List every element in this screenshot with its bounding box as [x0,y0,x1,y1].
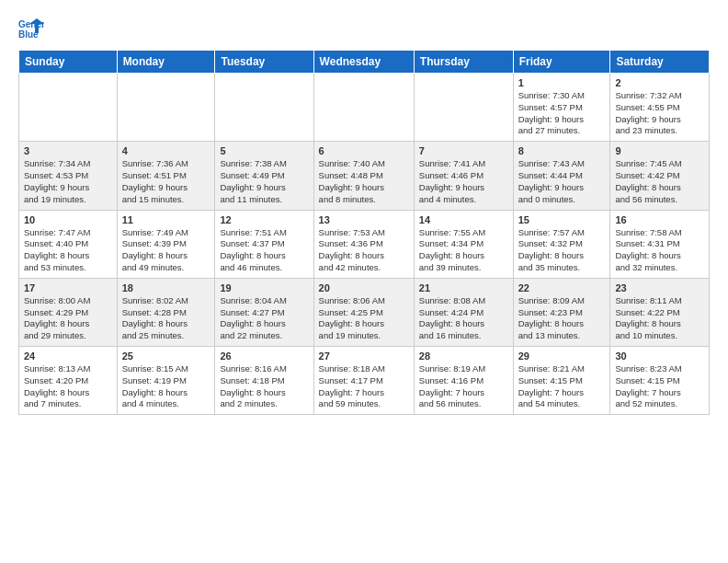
calendar-cell: 9Sunrise: 7:45 AM Sunset: 4:42 PM Daylig… [610,142,710,210]
calendar-cell: 23Sunrise: 8:11 AM Sunset: 4:22 PM Dayli… [610,278,710,346]
calendar-cell [215,74,313,142]
day-number: 15 [518,214,606,225]
weekday-header: Tuesday [215,51,313,74]
day-number: 25 [122,350,210,362]
day-number: 9 [615,145,704,156]
day-info: Sunrise: 7:36 AM Sunset: 4:51 PM Dayligh… [122,158,210,205]
day-info: Sunrise: 7:40 AM Sunset: 4:48 PM Dayligh… [319,158,409,205]
day-info: Sunrise: 7:49 AM Sunset: 4:39 PM Dayligh… [122,227,210,274]
day-info: Sunrise: 7:30 AM Sunset: 4:57 PM Dayligh… [518,90,606,137]
calendar-cell: 1Sunrise: 7:30 AM Sunset: 4:57 PM Daylig… [513,74,610,142]
day-info: Sunrise: 8:11 AM Sunset: 4:22 PM Dayligh… [615,295,704,342]
calendar-cell: 20Sunrise: 8:06 AM Sunset: 4:25 PM Dayli… [313,278,414,346]
calendar-week-row: 10Sunrise: 7:47 AM Sunset: 4:40 PM Dayli… [19,210,710,278]
calendar-cell: 19Sunrise: 8:04 AM Sunset: 4:27 PM Dayli… [215,278,313,346]
day-info: Sunrise: 8:23 AM Sunset: 4:15 PM Dayligh… [615,363,704,410]
day-number: 20 [319,282,409,293]
calendar-header: SundayMondayTuesdayWednesdayThursdayFrid… [19,51,710,74]
weekday-header: Saturday [610,51,710,74]
weekday-header: Monday [117,51,215,74]
day-info: Sunrise: 8:08 AM Sunset: 4:24 PM Dayligh… [419,295,508,342]
weekday-row: SundayMondayTuesdayWednesdayThursdayFrid… [19,51,710,74]
calendar-body: 1Sunrise: 7:30 AM Sunset: 4:57 PM Daylig… [19,74,710,415]
calendar-cell: 4Sunrise: 7:36 AM Sunset: 4:51 PM Daylig… [117,142,215,210]
day-number: 19 [220,282,308,293]
day-info: Sunrise: 8:18 AM Sunset: 4:17 PM Dayligh… [319,363,409,410]
day-info: Sunrise: 7:47 AM Sunset: 4:40 PM Dayligh… [24,227,112,274]
day-number: 10 [24,214,112,225]
calendar-cell: 16Sunrise: 7:58 AM Sunset: 4:31 PM Dayli… [610,210,710,278]
day-info: Sunrise: 8:21 AM Sunset: 4:15 PM Dayligh… [518,363,606,410]
day-info: Sunrise: 7:58 AM Sunset: 4:31 PM Dayligh… [615,227,704,274]
calendar-cell: 14Sunrise: 7:55 AM Sunset: 4:34 PM Dayli… [414,210,513,278]
day-number: 21 [419,282,508,293]
calendar-cell: 3Sunrise: 7:34 AM Sunset: 4:53 PM Daylig… [19,142,118,210]
day-number: 8 [518,145,606,156]
day-info: Sunrise: 8:13 AM Sunset: 4:20 PM Dayligh… [24,363,112,410]
day-number: 11 [122,214,210,225]
day-number: 2 [615,77,704,88]
calendar-cell: 13Sunrise: 7:53 AM Sunset: 4:36 PM Dayli… [313,210,414,278]
logo: General Blue [18,15,48,40]
day-info: Sunrise: 7:45 AM Sunset: 4:42 PM Dayligh… [615,158,704,205]
day-info: Sunrise: 8:15 AM Sunset: 4:19 PM Dayligh… [122,363,210,410]
calendar-cell: 8Sunrise: 7:43 AM Sunset: 4:44 PM Daylig… [513,142,610,210]
calendar-cell: 15Sunrise: 7:57 AM Sunset: 4:32 PM Dayli… [513,210,610,278]
weekday-header: Friday [513,51,610,74]
calendar-cell [19,74,118,142]
logo-icon: General Blue [18,15,44,40]
day-info: Sunrise: 8:00 AM Sunset: 4:29 PM Dayligh… [24,295,112,342]
calendar-cell: 29Sunrise: 8:21 AM Sunset: 4:15 PM Dayli… [513,347,610,415]
calendar-cell: 21Sunrise: 8:08 AM Sunset: 4:24 PM Dayli… [414,278,513,346]
day-number: 16 [615,214,704,225]
day-info: Sunrise: 7:34 AM Sunset: 4:53 PM Dayligh… [24,158,112,205]
day-number: 29 [518,350,606,362]
weekday-header: Thursday [414,51,513,74]
day-info: Sunrise: 7:57 AM Sunset: 4:32 PM Dayligh… [518,227,606,274]
calendar-cell: 26Sunrise: 8:16 AM Sunset: 4:18 PM Dayli… [215,347,313,415]
day-number: 30 [615,350,704,362]
calendar-cell [117,74,215,142]
calendar-cell: 10Sunrise: 7:47 AM Sunset: 4:40 PM Dayli… [19,210,118,278]
calendar-cell: 30Sunrise: 8:23 AM Sunset: 4:15 PM Dayli… [610,347,710,415]
day-number: 13 [319,214,409,225]
day-info: Sunrise: 7:55 AM Sunset: 4:34 PM Dayligh… [419,227,508,274]
day-number: 24 [24,350,112,362]
calendar: SundayMondayTuesdayWednesdayThursdayFrid… [18,50,710,415]
day-info: Sunrise: 7:53 AM Sunset: 4:36 PM Dayligh… [319,227,409,274]
day-info: Sunrise: 7:41 AM Sunset: 4:46 PM Dayligh… [419,158,508,205]
calendar-cell: 7Sunrise: 7:41 AM Sunset: 4:46 PM Daylig… [414,142,513,210]
weekday-header: Wednesday [313,51,414,74]
day-number: 5 [220,145,308,156]
day-number: 12 [220,214,308,225]
day-info: Sunrise: 8:04 AM Sunset: 4:27 PM Dayligh… [220,295,308,342]
calendar-cell: 5Sunrise: 7:38 AM Sunset: 4:49 PM Daylig… [215,142,313,210]
calendar-cell: 27Sunrise: 8:18 AM Sunset: 4:17 PM Dayli… [313,347,414,415]
page: General Blue SundayMondayTuesdayWednesda… [0,0,728,424]
day-info: Sunrise: 8:02 AM Sunset: 4:28 PM Dayligh… [122,295,210,342]
calendar-cell: 22Sunrise: 8:09 AM Sunset: 4:23 PM Dayli… [513,278,610,346]
calendar-cell: 12Sunrise: 7:51 AM Sunset: 4:37 PM Dayli… [215,210,313,278]
day-number: 14 [419,214,508,225]
calendar-cell: 17Sunrise: 8:00 AM Sunset: 4:29 PM Dayli… [19,278,118,346]
day-number: 26 [220,350,308,362]
day-number: 7 [419,145,508,156]
calendar-week-row: 3Sunrise: 7:34 AM Sunset: 4:53 PM Daylig… [19,142,710,210]
day-info: Sunrise: 7:38 AM Sunset: 4:49 PM Dayligh… [220,158,308,205]
day-number: 6 [319,145,409,156]
calendar-cell: 2Sunrise: 7:32 AM Sunset: 4:55 PM Daylig… [610,74,710,142]
calendar-cell [414,74,513,142]
weekday-header: Sunday [19,51,118,74]
calendar-week-row: 1Sunrise: 7:30 AM Sunset: 4:57 PM Daylig… [19,74,710,142]
day-info: Sunrise: 8:09 AM Sunset: 4:23 PM Dayligh… [518,295,606,342]
day-number: 28 [419,350,508,362]
calendar-cell: 6Sunrise: 7:40 AM Sunset: 4:48 PM Daylig… [313,142,414,210]
day-info: Sunrise: 7:43 AM Sunset: 4:44 PM Dayligh… [518,158,606,205]
day-number: 22 [518,282,606,293]
day-number: 23 [615,282,704,293]
calendar-week-row: 24Sunrise: 8:13 AM Sunset: 4:20 PM Dayli… [19,347,710,415]
day-number: 1 [518,77,606,88]
day-info: Sunrise: 7:51 AM Sunset: 4:37 PM Dayligh… [220,227,308,274]
day-number: 18 [122,282,210,293]
header: General Blue [18,15,710,40]
